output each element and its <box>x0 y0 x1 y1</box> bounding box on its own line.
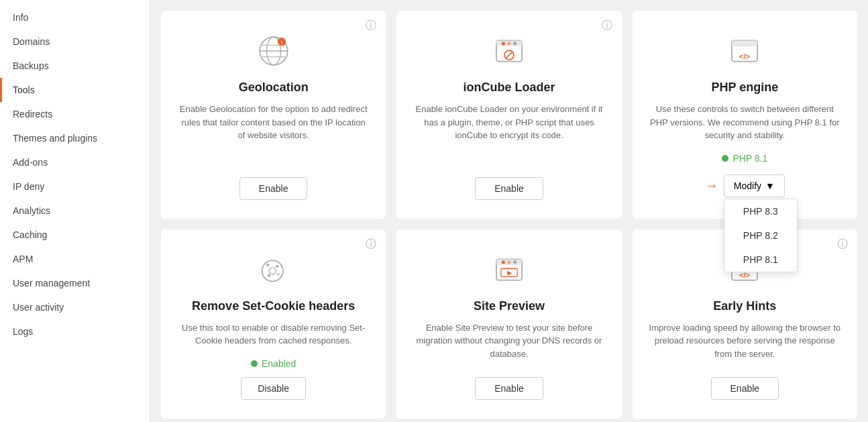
early-hints-desc: Improve loading speed by allowing the br… <box>649 321 841 366</box>
svg-point-28 <box>513 260 517 264</box>
php-82-option[interactable]: PHP 8.2 <box>724 223 797 248</box>
svg-point-18 <box>269 267 276 274</box>
svg-point-10 <box>507 42 510 45</box>
modify-dropdown-container: Modify ▼ PHP 8.3 PHP 8.2 PHP 8.1 <box>724 174 785 197</box>
svg-rect-15 <box>732 40 757 46</box>
modify-button[interactable]: Modify ▼ <box>724 174 785 197</box>
sidebar-item-tools[interactable]: Tools <box>0 78 150 102</box>
site-preview-card: Site Preview Enable Site Preview to test… <box>396 229 621 419</box>
ioncube-info-icon[interactable]: ⓘ <box>602 19 612 33</box>
svg-line-13 <box>506 52 512 58</box>
site-preview-enable-button[interactable]: Enable <box>475 377 543 400</box>
svg-text:!: ! <box>280 40 282 46</box>
site-preview-icon <box>488 248 531 291</box>
geolocation-enable-button[interactable]: Enable <box>239 177 308 200</box>
sidebar-item-info[interactable]: Info <box>0 5 150 30</box>
svg-point-9 <box>502 42 505 45</box>
site-preview-title: Site Preview <box>474 299 545 313</box>
sidebar-item-add-ons[interactable]: Add-ons <box>0 150 150 174</box>
svg-point-19 <box>266 263 269 266</box>
ioncube-enable-button[interactable]: Enable <box>475 177 543 200</box>
sidebar-item-themes-plugins[interactable]: Themes and plugins <box>0 126 150 150</box>
sidebar-item-ip-deny[interactable]: IP deny <box>0 174 150 199</box>
php-81-option[interactable]: PHP 8.1 <box>724 248 797 272</box>
svg-point-11 <box>513 42 517 45</box>
sidebar-item-analytics[interactable]: Analytics <box>0 199 150 223</box>
ioncube-icon <box>488 30 531 72</box>
ioncube-desc: Enable ionCube Loader on your environmen… <box>413 103 605 166</box>
sidebar-item-logs[interactable]: Logs <box>0 319 150 344</box>
early-hints-title: Early Hints <box>713 299 776 313</box>
sidebar-item-user-management[interactable]: User management <box>0 271 150 295</box>
cookie-headers-info-icon[interactable]: ⓘ <box>366 238 376 252</box>
early-hints-info-icon[interactable]: ⓘ <box>837 238 848 252</box>
sidebar-item-user-activity[interactable]: User activity <box>0 295 150 319</box>
php-version-dropdown: PHP 8.3 PHP 8.2 PHP 8.1 <box>724 199 798 272</box>
php-83-option[interactable]: PHP 8.3 <box>724 199 797 223</box>
enabled-dot <box>251 360 258 367</box>
php-engine-title: PHP engine <box>711 81 778 95</box>
tools-cards-grid: ⓘ ! Geolocation Enable Geolocation for t… <box>161 11 857 419</box>
geolocation-title: Geolocation <box>239 81 309 95</box>
svg-text:✕: ✕ <box>276 272 280 277</box>
svg-point-21 <box>268 274 270 276</box>
sidebar: Info Domains Backups Tools Redirects The… <box>0 0 150 422</box>
sidebar-item-redirects[interactable]: Redirects <box>0 102 150 126</box>
svg-point-17 <box>262 260 282 281</box>
svg-point-27 <box>507 260 510 264</box>
arrow-right-icon: → <box>705 178 718 193</box>
sidebar-item-caching[interactable]: Caching <box>0 223 150 247</box>
geolocation-desc: Enable Geolocation for the option to add… <box>177 103 370 166</box>
svg-marker-30 <box>507 270 512 275</box>
cookie-headers-icon: ✕ <box>252 248 295 291</box>
php-status-dot <box>722 155 728 162</box>
cookie-headers-title: Remove Set-Cookie headers <box>192 299 355 313</box>
php-engine-card: </> PHP engine Use these controls to swi… <box>633 11 857 219</box>
geolocation-card: ⓘ ! Geolocation Enable Geolocation for t… <box>161 11 386 219</box>
geolocation-info-icon[interactable]: ⓘ <box>366 19 376 33</box>
svg-point-20 <box>276 264 278 267</box>
php-engine-icon: </> <box>723 30 766 72</box>
svg-point-26 <box>502 260 505 264</box>
php-version-status: PHP 8.1 <box>722 153 767 164</box>
sidebar-item-backups[interactable]: Backups <box>0 54 150 78</box>
ioncube-title: ionCube Loader <box>463 81 555 95</box>
main-content: ⓘ ! Geolocation Enable Geolocation for t… <box>150 0 868 422</box>
site-preview-desc: Enable Site Preview to test your site be… <box>413 321 605 366</box>
php-engine-desc: Use these controls to switch between dif… <box>649 103 841 142</box>
svg-text:</>: </> <box>739 52 751 60</box>
cookie-headers-card: ⓘ ✕ Remove Set-Cookie headers Use this t… <box>161 229 386 419</box>
cookie-headers-status: Enabled <box>251 358 296 369</box>
chevron-down-icon: ▼ <box>765 180 775 191</box>
sidebar-item-apm[interactable]: APM <box>0 247 150 271</box>
ioncube-card: ⓘ ionCube Loader Enable ionCube Loader o… <box>396 11 621 219</box>
modify-row: → Modify ▼ PHP 8.3 PHP 8.2 PHP 8.1 <box>705 174 785 197</box>
sidebar-item-domains[interactable]: Domains <box>0 30 150 54</box>
cookie-headers-desc: Use this tool to enable or disable remov… <box>177 321 370 348</box>
cookie-headers-disable-button[interactable]: Disable <box>241 377 306 400</box>
geolocation-icon: ! <box>252 30 295 72</box>
early-hints-enable-button[interactable]: Enable <box>711 377 779 400</box>
